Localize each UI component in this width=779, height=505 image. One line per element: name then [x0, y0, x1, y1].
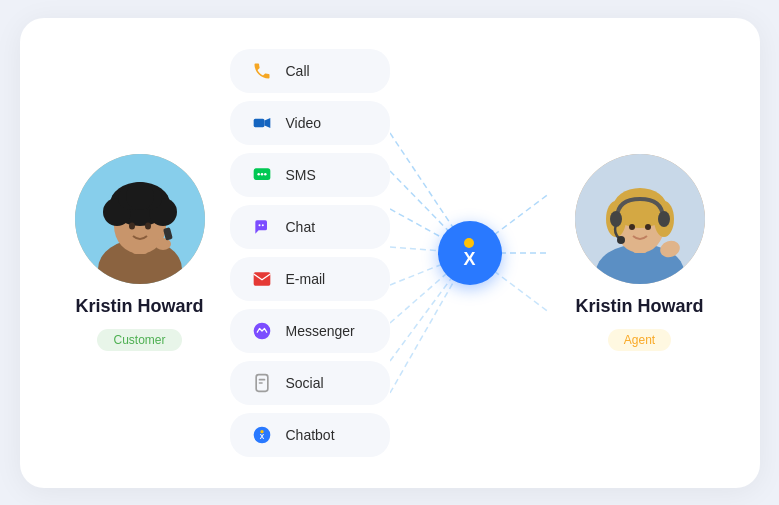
channel-item-social[interactable]: Social: [230, 361, 390, 405]
channel-item-email[interactable]: E-mail: [230, 257, 390, 301]
svg-point-19: [260, 172, 263, 175]
bot-icon: X: [438, 221, 502, 285]
channel-item-chatbot[interactable]: XChatbot: [230, 413, 390, 457]
bot-dot: [464, 238, 474, 248]
channel-list: CallVideoSMSChatE-mailMessengerSocialXCh…: [230, 49, 390, 457]
chatbot-icon: X: [250, 423, 274, 447]
customer-avatar: [75, 154, 205, 284]
email-icon: [250, 267, 274, 291]
sms-icon: [250, 163, 274, 187]
svg-point-18: [257, 172, 260, 175]
agent-avatar: [575, 154, 705, 284]
agent-card: Kristin Howard Agent: [560, 154, 720, 351]
svg-point-10: [126, 182, 154, 210]
svg-text:X: X: [259, 433, 264, 440]
connection-area: X: [390, 103, 550, 403]
main-card: Kristin Howard Customer CallVideoSMSChat…: [20, 18, 760, 488]
video-icon: [250, 111, 274, 135]
svg-point-53: [629, 224, 635, 230]
email-label: E-mail: [286, 271, 326, 287]
social-label: Social: [286, 375, 324, 391]
messenger-icon: [250, 319, 274, 343]
channel-item-video[interactable]: Video: [230, 101, 390, 145]
customer-name: Kristin Howard: [75, 296, 203, 317]
svg-rect-23: [253, 272, 270, 285]
customer-card: Kristin Howard Customer: [60, 154, 220, 351]
svg-point-12: [145, 223, 151, 230]
svg-point-51: [658, 211, 670, 227]
channel-item-call[interactable]: Call: [230, 49, 390, 93]
chat-icon: [250, 215, 274, 239]
social-icon: [250, 371, 274, 395]
svg-point-54: [645, 224, 651, 230]
svg-rect-26: [258, 378, 265, 380]
svg-point-20: [264, 172, 267, 175]
svg-point-11: [129, 223, 135, 230]
svg-rect-15: [253, 118, 264, 126]
svg-rect-27: [258, 382, 262, 384]
bot-letter: X: [463, 250, 475, 268]
agent-name: Kristin Howard: [575, 296, 703, 317]
svg-point-52: [617, 236, 625, 244]
customer-badge: Customer: [97, 329, 181, 351]
channel-item-sms[interactable]: SMS: [230, 153, 390, 197]
call-label: Call: [286, 63, 310, 79]
channel-item-messenger[interactable]: Messenger: [230, 309, 390, 353]
svg-point-22: [261, 224, 263, 226]
svg-point-21: [258, 224, 260, 226]
video-label: Video: [286, 115, 322, 131]
channel-item-chat[interactable]: Chat: [230, 205, 390, 249]
messenger-label: Messenger: [286, 323, 355, 339]
chatbot-label: Chatbot: [286, 427, 335, 443]
svg-marker-16: [264, 118, 270, 128]
chat-label: Chat: [286, 219, 316, 235]
call-icon: [250, 59, 274, 83]
sms-label: SMS: [286, 167, 316, 183]
agent-badge: Agent: [608, 329, 671, 351]
